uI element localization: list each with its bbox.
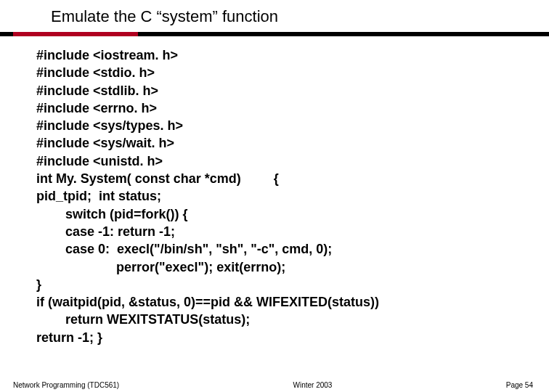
code-line: } bbox=[36, 277, 41, 292]
code-line: case -1: return -1; bbox=[36, 224, 175, 239]
footer-right: Page 54 bbox=[506, 381, 533, 389]
footer: Network Programming (TDC561) Winter 2003… bbox=[0, 381, 549, 389]
code-line: perror("execl"); exit(errno); bbox=[36, 260, 285, 274]
code-line: return WEXITSTATUS(status); bbox=[36, 312, 250, 327]
code-line: #include <stdio. h> bbox=[36, 65, 155, 80]
code-line: int My. System( const char *cmd) { bbox=[36, 171, 279, 186]
code-line: #include <sys/types. h> bbox=[36, 118, 183, 133]
code-line: pid_tpid; int status; bbox=[36, 189, 161, 203]
code-line: #include <stdlib. h> bbox=[36, 83, 158, 98]
footer-center: Winter 2003 bbox=[293, 381, 332, 389]
code-line: if (waitpid(pid, &status, 0)==pid && WIF… bbox=[36, 295, 379, 309]
title-area: Emulate the C “system” function bbox=[0, 0, 549, 26]
code-line: #include <iostream. h> bbox=[36, 48, 178, 62]
footer-left: Network Programming (TDC561) bbox=[13, 381, 119, 389]
code-line: #include <errno. h> bbox=[36, 101, 157, 115]
code-line: switch (pid=fork()) { bbox=[36, 207, 188, 221]
slide-title: Emulate the C “system” function bbox=[51, 7, 549, 26]
code-line: return -1; } bbox=[36, 330, 102, 345]
code-line: #include <unistd. h> bbox=[36, 154, 163, 168]
code-line: #include <sys/wait. h> bbox=[36, 136, 174, 150]
accent-bar bbox=[0, 32, 549, 36]
code-block: #include <iostream. h> #include <stdio. … bbox=[36, 46, 527, 346]
code-line: case 0: execl("/bin/sh", "sh", "-c", cmd… bbox=[36, 242, 332, 256]
